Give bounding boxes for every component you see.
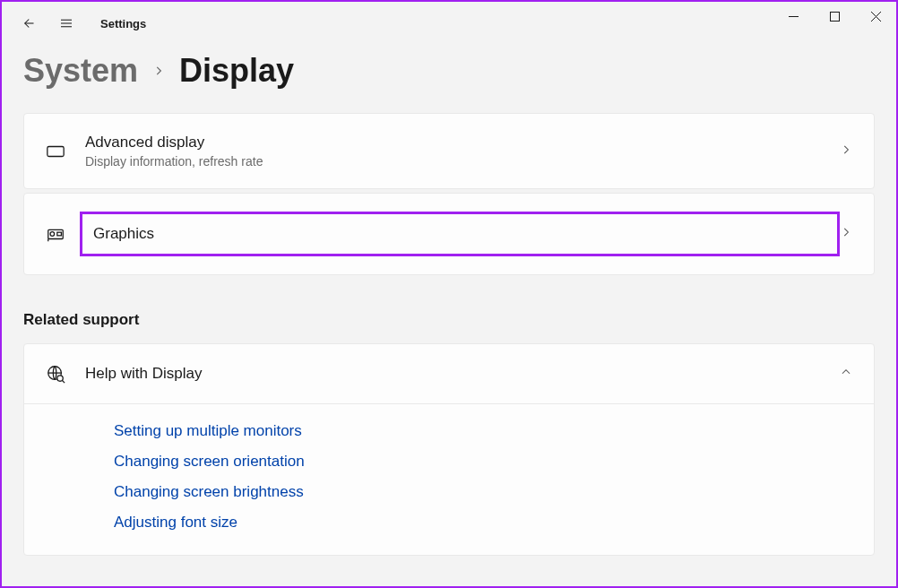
minimize-button[interactable] (773, 2, 814, 30)
card-title: Advanced display (85, 132, 840, 153)
help-link-font-size[interactable]: Adjusting font size (114, 514, 852, 532)
close-icon (871, 12, 881, 22)
app-title: Settings (100, 17, 146, 30)
chevron-right-icon (840, 143, 852, 160)
back-button[interactable] (9, 5, 45, 41)
window-controls (773, 2, 896, 30)
advanced-display-card[interactable]: Advanced display Display information, re… (23, 113, 875, 189)
monitor-icon (46, 142, 85, 161)
maximize-button[interactable] (814, 2, 855, 30)
maximize-icon (830, 12, 840, 22)
svg-rect-11 (57, 232, 62, 236)
related-support-heading: Related support (23, 311, 875, 329)
hamburger-icon (58, 15, 74, 31)
help-link-multiple-monitors[interactable]: Setting up multiple monitors (114, 422, 852, 440)
graphics-card[interactable]: Graphics (23, 193, 875, 275)
menu-button[interactable] (48, 5, 84, 41)
chevron-up-icon (840, 366, 852, 382)
svg-point-10 (50, 232, 55, 237)
back-icon (19, 15, 35, 31)
chevron-right-icon (152, 59, 165, 82)
globe-search-icon (46, 364, 85, 384)
svg-point-13 (57, 376, 63, 381)
svg-line-14 (62, 381, 65, 384)
chevron-right-icon (840, 226, 852, 242)
help-link-screen-orientation[interactable]: Changing screen orientation (114, 453, 852, 471)
minimize-icon (789, 12, 799, 22)
expander-title: Help with Display (85, 365, 840, 383)
breadcrumb: System Display (23, 52, 875, 90)
highlight-graphics: Graphics (80, 212, 840, 256)
help-expander-header[interactable]: Help with Display (24, 344, 874, 403)
breadcrumb-current: Display (179, 52, 294, 90)
close-button[interactable] (855, 2, 896, 30)
help-link-screen-brightness[interactable]: Changing screen brightness (114, 483, 852, 501)
titlebar: Settings (2, 2, 896, 45)
help-expander: Help with Display Setting up multiple mo… (23, 343, 875, 556)
content: System Display Advanced display Display … (2, 45, 896, 556)
svg-rect-4 (830, 12, 839, 21)
breadcrumb-parent[interactable]: System (23, 52, 138, 90)
help-links-body: Setting up multiple monitors Changing sc… (24, 403, 874, 555)
card-subtitle: Display information, refresh rate (85, 153, 840, 171)
svg-rect-7 (47, 146, 64, 156)
card-title: Graphics (93, 223, 826, 245)
